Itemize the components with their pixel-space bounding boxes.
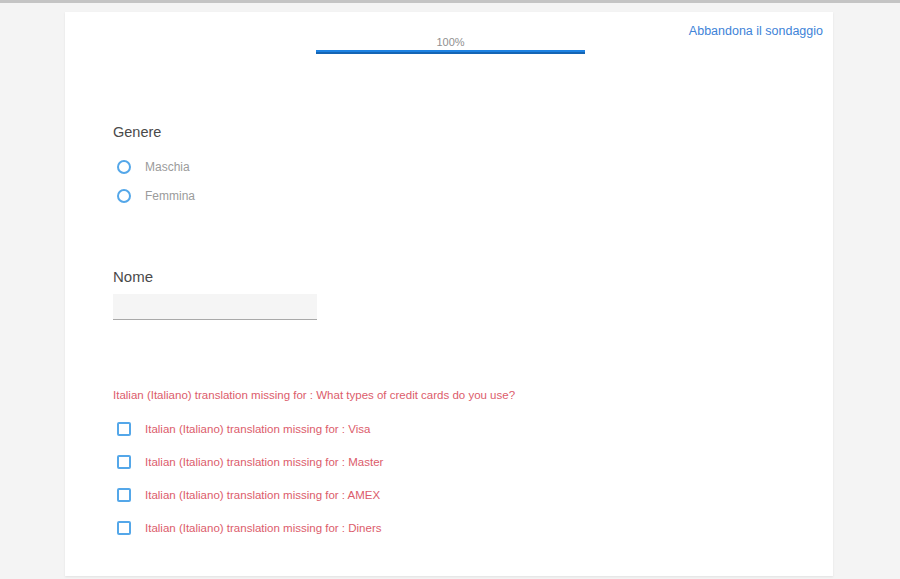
- question-title-name: Nome: [113, 268, 153, 285]
- survey-card: Abbandona il sondaggio 100% Genere Masch…: [65, 12, 833, 576]
- abandon-survey-link[interactable]: Abbandona il sondaggio: [689, 24, 823, 38]
- checkbox-option-amex[interactable]: Italian (Italiano) translation missing f…: [117, 488, 380, 502]
- progress-bar: [316, 50, 585, 54]
- checkbox-icon[interactable]: [117, 422, 131, 436]
- checkbox-option-label: Italian (Italiano) translation missing f…: [145, 522, 382, 534]
- question-title-credit-cards: Italian (Italiano) translation missing f…: [113, 389, 515, 401]
- progress-indicator: 100%: [316, 36, 585, 54]
- checkbox-option-label: Italian (Italiano) translation missing f…: [145, 423, 370, 435]
- radio-button-icon[interactable]: [117, 189, 131, 203]
- checkbox-option-master[interactable]: Italian (Italiano) translation missing f…: [117, 455, 383, 469]
- checkbox-icon[interactable]: [117, 455, 131, 469]
- question-title-gender: Genere: [113, 124, 161, 140]
- checkbox-option-diners[interactable]: Italian (Italiano) translation missing f…: [117, 521, 382, 535]
- radio-option-femmina[interactable]: Femmina: [117, 189, 195, 203]
- checkbox-icon[interactable]: [117, 488, 131, 502]
- checkbox-icon[interactable]: [117, 521, 131, 535]
- radio-option-label: Maschia: [145, 160, 190, 174]
- radio-option-maschia[interactable]: Maschia: [117, 160, 190, 174]
- radio-button-icon[interactable]: [117, 160, 131, 174]
- checkbox-option-visa[interactable]: Italian (Italiano) translation missing f…: [117, 422, 370, 436]
- checkbox-option-label: Italian (Italiano) translation missing f…: [145, 456, 383, 468]
- progress-percent-label: 100%: [316, 36, 585, 48]
- checkbox-option-label: Italian (Italiano) translation missing f…: [145, 489, 380, 501]
- name-text-input[interactable]: [113, 294, 317, 320]
- top-border-bar: [0, 0, 900, 3]
- radio-option-label: Femmina: [145, 189, 195, 203]
